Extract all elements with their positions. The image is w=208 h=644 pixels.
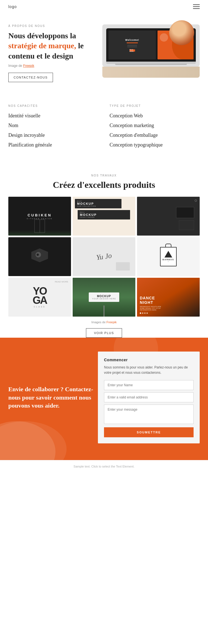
hero-title-orange: stratégie de marque, [8, 41, 76, 50]
cta-title: Envie de collaborer ? Contactez-nous pou… [8, 385, 98, 410]
work-cursive[interactable]: Yu Jo [73, 237, 135, 276]
works-grid-row3: YOGA CLASS READ MORE MOCKUP YOUR DESIGN … [8, 278, 200, 317]
cap-col1-label: NOS CAPACITÉS [8, 104, 98, 107]
works-title: Créez d'excellents produits [8, 180, 200, 190]
cap-item-6: Conception marketing [110, 123, 200, 128]
header: logo [0, 0, 208, 13]
footer: Sample text. Click to select the Text El… [0, 460, 208, 473]
cap-col2-label: TYPE DE PROJET [110, 104, 200, 107]
cap-item-3: Design incroyable [8, 132, 98, 138]
message-textarea[interactable] [104, 405, 194, 424]
hero-image: Welcome! READ MORE [102, 22, 200, 78]
work-biz-cards[interactable] [137, 197, 200, 236]
hero-title-line1: Nous développons la [8, 31, 76, 40]
hero-title: Nous développons la stratégie de marque,… [8, 31, 97, 61]
cap-item-8: Conception typographique [110, 142, 200, 148]
name-input[interactable] [104, 380, 194, 390]
contact-button[interactable]: CONTACTEZ-NOUS [8, 73, 53, 82]
hero-image-credit: Image de Freepik [8, 64, 97, 68]
submit-button[interactable]: SOUMETTRE [104, 427, 194, 437]
work-mockup-cards[interactable]: 01// MOCKUP OUR COLLECTION 02// MOCKUP C… [73, 197, 135, 236]
form-card: Commencer Nous sommes là pour vous aider… [98, 352, 200, 443]
form-heading: Commencer [104, 358, 194, 362]
works-section: NOS TRAVAUX Créez d'excellents produits … [0, 163, 208, 338]
email-input[interactable] [104, 392, 194, 402]
cta-form-wrapper: Envie de collaborer ? Contactez-nous pou… [0, 338, 208, 460]
menu-button[interactable] [193, 4, 200, 9]
images-credit: Images de Freepik [8, 320, 200, 324]
cap-item-5: Conception Web [110, 113, 200, 119]
form-description: Nous sommes là pour vous aider. Parlez-n… [104, 365, 194, 375]
logo: logo [8, 4, 17, 9]
hero-label: À PROPOS DE NOUS [8, 24, 97, 27]
cap-col-1: NOS CAPACITÉS Identité visuelle Nom Desi… [8, 104, 98, 152]
work-yoga[interactable]: YOGA CLASS READ MORE [8, 278, 71, 317]
cap-col-2: TYPE DE PROJET Conception Web Conception… [110, 104, 200, 152]
cta-combined: Envie de collaborer ? Contactez-nous pou… [0, 338, 208, 460]
work-dance-night[interactable]: DANCENIGHT WEDNESDAY NIGHTS 8PMSOME VENU… [137, 278, 200, 317]
work-mockup-sign[interactable]: MOCKUP YOUR DESIGN HERE [73, 278, 135, 317]
works-grid-row1: CUBIKEN KITCHEN DESIGN 01// MOCKUP OUR C… [8, 197, 200, 236]
works-grid-row2: Yu Jo BARBUS 7 [8, 237, 200, 276]
work-cubiken[interactable]: CUBIKEN KITCHEN DESIGN [8, 197, 71, 236]
works-label: NOS TRAVAUX [8, 174, 200, 177]
capabilities-section: NOS CAPACITÉS Identité visuelle Nom Desi… [0, 93, 208, 163]
footer-text: Sample text. Click to select the Text El… [8, 465, 200, 468]
hero-text: À PROPOS DE NOUS Nous développons la str… [8, 22, 97, 82]
cap-item-4: Planification générale [8, 142, 98, 148]
cap-item-2: Nom [8, 123, 98, 128]
work-triangle-bag[interactable]: BARBUS 7 [137, 237, 200, 276]
voir-plus-button[interactable]: VOIR PLUS [86, 328, 122, 338]
work-lion[interactable] [8, 237, 71, 276]
cap-item-1: Identité visuelle [8, 113, 98, 119]
freepik-link[interactable]: Freepik [23, 64, 34, 68]
freepik-link-2[interactable]: Freepik [106, 320, 117, 324]
cap-item-7: Conception d'emballage [110, 132, 200, 138]
hero-section: À PROPOS DE NOUS Nous développons la str… [0, 13, 208, 93]
